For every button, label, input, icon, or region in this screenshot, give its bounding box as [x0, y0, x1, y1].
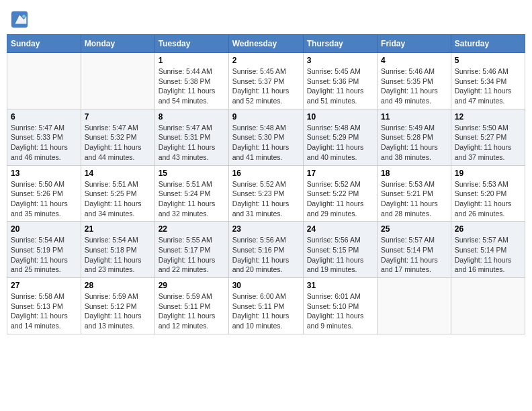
- calendar-cell: 16Sunrise: 5:52 AM Sunset: 5:23 PM Dayli…: [228, 165, 303, 222]
- day-number: 9: [232, 112, 300, 122]
- day-number: 31: [307, 281, 373, 290]
- calendar-cell: [7, 53, 81, 109]
- day-info: Sunrise: 5:47 AM Sunset: 5:31 PM Dayligh…: [159, 123, 225, 163]
- calendar-cell: 27Sunrise: 5:58 AM Sunset: 5:13 PM Dayli…: [7, 278, 81, 334]
- day-info: Sunrise: 5:53 AM Sunset: 5:20 PM Dayligh…: [455, 179, 521, 219]
- day-info: Sunrise: 5:56 AM Sunset: 5:15 PM Dayligh…: [307, 235, 373, 275]
- day-number: 8: [159, 112, 225, 122]
- weekday-sunday: Sunday: [7, 35, 81, 53]
- calendar-table: SundayMondayTuesdayWednesdayThursdayFrid…: [7, 34, 525, 334]
- calendar-cell: 10Sunrise: 5:48 AM Sunset: 5:29 PM Dayli…: [303, 109, 377, 165]
- day-info: Sunrise: 5:47 AM Sunset: 5:33 PM Dayligh…: [11, 123, 77, 163]
- logo: [10, 10, 30, 29]
- day-number: 10: [307, 112, 373, 122]
- day-number: 23: [232, 224, 300, 234]
- week-row-1: 6Sunrise: 5:47 AM Sunset: 5:33 PM Daylig…: [7, 109, 525, 165]
- day-info: Sunrise: 5:59 AM Sunset: 5:11 PM Dayligh…: [159, 291, 225, 331]
- calendar-cell: [451, 278, 525, 334]
- calendar-cell: 29Sunrise: 5:59 AM Sunset: 5:11 PM Dayli…: [154, 278, 228, 334]
- calendar-cell: 20Sunrise: 5:54 AM Sunset: 5:19 PM Dayli…: [7, 222, 81, 278]
- calendar-cell: 6Sunrise: 5:47 AM Sunset: 5:33 PM Daylig…: [7, 109, 81, 165]
- calendar-cell: 15Sunrise: 5:51 AM Sunset: 5:24 PM Dayli…: [154, 165, 228, 222]
- calendar-cell: 4Sunrise: 5:46 AM Sunset: 5:35 PM Daylig…: [378, 53, 451, 109]
- day-info: Sunrise: 5:47 AM Sunset: 5:32 PM Dayligh…: [85, 123, 151, 163]
- day-info: Sunrise: 5:51 AM Sunset: 5:24 PM Dayligh…: [159, 179, 225, 219]
- day-info: Sunrise: 5:50 AM Sunset: 5:27 PM Dayligh…: [455, 123, 521, 163]
- day-info: Sunrise: 5:49 AM Sunset: 5:28 PM Dayligh…: [381, 123, 447, 163]
- calendar-cell: 31Sunrise: 6:01 AM Sunset: 5:10 PM Dayli…: [303, 278, 377, 334]
- day-info: Sunrise: 5:50 AM Sunset: 5:26 PM Dayligh…: [11, 179, 77, 219]
- day-info: Sunrise: 5:57 AM Sunset: 5:14 PM Dayligh…: [381, 235, 447, 275]
- calendar-cell: 14Sunrise: 5:51 AM Sunset: 5:25 PM Dayli…: [81, 165, 154, 222]
- day-info: Sunrise: 5:54 AM Sunset: 5:18 PM Dayligh…: [85, 235, 151, 275]
- day-number: 28: [85, 281, 151, 290]
- day-info: Sunrise: 5:52 AM Sunset: 5:22 PM Dayligh…: [307, 179, 373, 219]
- calendar-cell: 12Sunrise: 5:50 AM Sunset: 5:27 PM Dayli…: [451, 109, 525, 165]
- weekday-wednesday: Wednesday: [228, 35, 303, 53]
- weekday-saturday: Saturday: [451, 35, 525, 53]
- calendar-cell: 23Sunrise: 5:56 AM Sunset: 5:16 PM Dayli…: [228, 222, 303, 278]
- day-number: 11: [381, 112, 447, 122]
- day-number: 25: [381, 224, 447, 234]
- day-info: Sunrise: 5:55 AM Sunset: 5:17 PM Dayligh…: [159, 235, 225, 275]
- day-number: 14: [85, 169, 151, 178]
- day-number: 26: [455, 224, 521, 234]
- day-info: Sunrise: 6:00 AM Sunset: 5:11 PM Dayligh…: [232, 291, 300, 331]
- day-number: 18: [381, 169, 447, 178]
- day-number: 16: [232, 169, 300, 178]
- day-info: Sunrise: 5:45 AM Sunset: 5:36 PM Dayligh…: [307, 66, 373, 106]
- week-row-0: 1Sunrise: 5:44 AM Sunset: 5:38 PM Daylig…: [7, 53, 525, 109]
- day-number: 30: [232, 281, 300, 290]
- calendar-cell: 17Sunrise: 5:52 AM Sunset: 5:22 PM Dayli…: [303, 165, 377, 222]
- day-number: 20: [11, 224, 77, 234]
- calendar-cell: 5Sunrise: 5:46 AM Sunset: 5:34 PM Daylig…: [451, 53, 525, 109]
- weekday-header-row: SundayMondayTuesdayWednesdayThursdayFrid…: [7, 35, 525, 53]
- week-row-3: 20Sunrise: 5:54 AM Sunset: 5:19 PM Dayli…: [7, 222, 525, 278]
- day-number: 29: [159, 281, 225, 290]
- day-number: 6: [11, 112, 77, 122]
- calendar-cell: 18Sunrise: 5:53 AM Sunset: 5:21 PM Dayli…: [378, 165, 451, 222]
- calendar-cell: 11Sunrise: 5:49 AM Sunset: 5:28 PM Dayli…: [378, 109, 451, 165]
- day-number: 13: [11, 169, 77, 178]
- calendar-cell: 9Sunrise: 5:48 AM Sunset: 5:30 PM Daylig…: [228, 109, 303, 165]
- calendar-cell: 7Sunrise: 5:47 AM Sunset: 5:32 PM Daylig…: [81, 109, 154, 165]
- calendar-cell: 22Sunrise: 5:55 AM Sunset: 5:17 PM Dayli…: [154, 222, 228, 278]
- calendar-cell: 3Sunrise: 5:45 AM Sunset: 5:36 PM Daylig…: [303, 53, 377, 109]
- day-info: Sunrise: 5:52 AM Sunset: 5:23 PM Dayligh…: [232, 179, 300, 219]
- weekday-monday: Monday: [81, 35, 154, 53]
- calendar-cell: [378, 278, 451, 334]
- calendar-cell: 21Sunrise: 5:54 AM Sunset: 5:18 PM Dayli…: [81, 222, 154, 278]
- calendar-cell: 8Sunrise: 5:47 AM Sunset: 5:31 PM Daylig…: [154, 109, 228, 165]
- day-number: 1: [159, 56, 225, 65]
- calendar-cell: 30Sunrise: 6:00 AM Sunset: 5:11 PM Dayli…: [228, 278, 303, 334]
- calendar-cell: 1Sunrise: 5:44 AM Sunset: 5:38 PM Daylig…: [154, 53, 228, 109]
- day-number: 7: [85, 112, 151, 122]
- calendar-cell: 24Sunrise: 5:56 AM Sunset: 5:15 PM Dayli…: [303, 222, 377, 278]
- logo-icon: [10, 10, 29, 29]
- svg-point-2: [22, 15, 26, 18]
- day-info: Sunrise: 5:57 AM Sunset: 5:14 PM Dayligh…: [455, 235, 521, 275]
- day-info: Sunrise: 5:53 AM Sunset: 5:21 PM Dayligh…: [381, 179, 447, 219]
- day-info: Sunrise: 6:01 AM Sunset: 5:10 PM Dayligh…: [307, 291, 373, 331]
- calendar-body: 1Sunrise: 5:44 AM Sunset: 5:38 PM Daylig…: [7, 53, 525, 334]
- day-info: Sunrise: 5:45 AM Sunset: 5:37 PM Dayligh…: [232, 66, 300, 106]
- day-info: Sunrise: 5:46 AM Sunset: 5:35 PM Dayligh…: [381, 66, 447, 106]
- day-number: 2: [232, 56, 300, 65]
- weekday-tuesday: Tuesday: [154, 35, 228, 53]
- day-info: Sunrise: 5:58 AM Sunset: 5:13 PM Dayligh…: [11, 291, 77, 331]
- day-info: Sunrise: 5:46 AM Sunset: 5:34 PM Dayligh…: [455, 66, 521, 106]
- day-info: Sunrise: 5:48 AM Sunset: 5:29 PM Dayligh…: [307, 123, 373, 163]
- day-info: Sunrise: 5:48 AM Sunset: 5:30 PM Dayligh…: [232, 123, 300, 163]
- calendar-cell: 28Sunrise: 5:59 AM Sunset: 5:12 PM Dayli…: [81, 278, 154, 334]
- calendar-cell: 25Sunrise: 5:57 AM Sunset: 5:14 PM Dayli…: [378, 222, 451, 278]
- day-number: 19: [455, 169, 521, 178]
- day-info: Sunrise: 5:51 AM Sunset: 5:25 PM Dayligh…: [85, 179, 151, 219]
- page-header: [7, 7, 525, 29]
- day-number: 5: [455, 56, 521, 65]
- calendar-cell: [81, 53, 154, 109]
- day-info: Sunrise: 5:54 AM Sunset: 5:19 PM Dayligh…: [11, 235, 77, 275]
- calendar-cell: 2Sunrise: 5:45 AM Sunset: 5:37 PM Daylig…: [228, 53, 303, 109]
- day-number: 4: [381, 56, 447, 65]
- day-number: 15: [159, 169, 225, 178]
- day-number: 21: [85, 224, 151, 234]
